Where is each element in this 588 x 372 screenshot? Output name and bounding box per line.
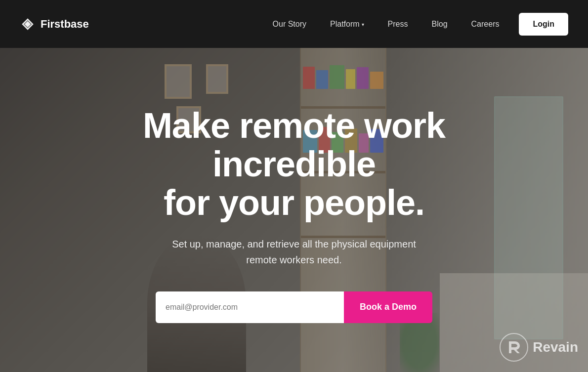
nav-links: Our Story Platform ▾ Press Blog Careers … <box>261 0 568 48</box>
hero-cta-form: Book a Demo <box>156 291 432 323</box>
nav-link-platform[interactable]: Platform ▾ <box>318 0 376 48</box>
chevron-down-icon: ▾ <box>362 22 364 27</box>
hero-subtitle: Set up, manage, and retrieve all the phy… <box>156 236 432 268</box>
logo-text: Firstbase <box>41 18 89 31</box>
nav-link-our-story[interactable]: Our Story <box>261 0 318 48</box>
revain-watermark: Revain <box>499 332 578 362</box>
navbar: Firstbase Our Story Platform ▾ Press Blo… <box>0 0 588 48</box>
book-demo-button[interactable]: Book a Demo <box>344 291 432 323</box>
logo-link[interactable]: Firstbase <box>20 16 261 32</box>
revain-logo-icon <box>499 332 529 362</box>
login-button[interactable]: Login <box>519 13 568 36</box>
nav-link-blog[interactable]: Blog <box>420 0 460 48</box>
firstbase-logo-icon <box>20 16 36 32</box>
nav-link-press[interactable]: Press <box>376 0 420 48</box>
email-input[interactable] <box>156 291 344 323</box>
revain-text: Revain <box>533 339 578 355</box>
hero-content: Make remote work incredible for your peo… <box>0 48 588 372</box>
hero-title: Make remote work incredible for your peo… <box>77 107 511 222</box>
nav-link-careers[interactable]: Careers <box>460 0 511 48</box>
